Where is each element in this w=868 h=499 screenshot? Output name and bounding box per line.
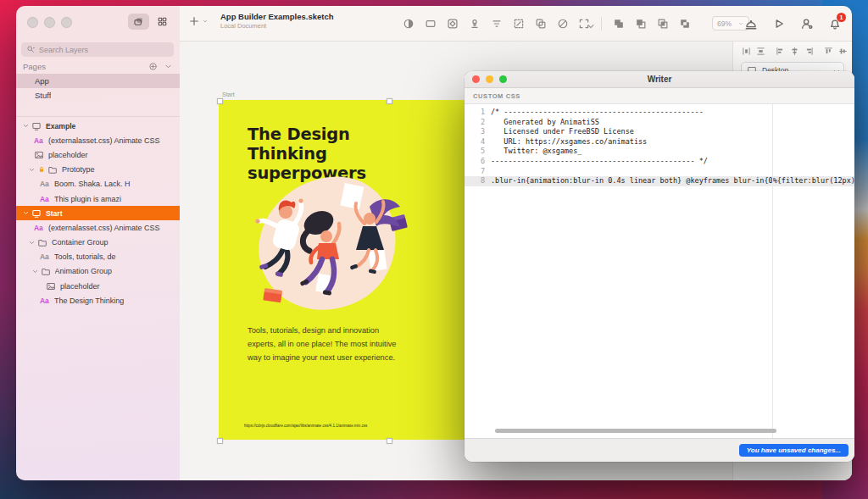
chevron-down-icon[interactable] (31, 268, 41, 275)
window-title: Writer (648, 75, 672, 84)
line-number: 8 (465, 176, 491, 186)
none-button[interactable] (556, 17, 569, 30)
play-button[interactable] (771, 16, 786, 30)
tidy-button[interactable] (490, 17, 503, 30)
code-line[interactable]: 7 (465, 167, 854, 177)
text-icon: Aa (40, 252, 51, 262)
chevron-down-icon[interactable] (22, 122, 31, 130)
horizontal-scrollbar[interactable] (495, 429, 776, 433)
insert-chevron-icon[interactable] (202, 18, 209, 25)
code-line[interactable]: 4 URL: https://xsgames.co/animatiss (465, 137, 854, 147)
insert-icon[interactable] (188, 15, 200, 27)
line-number: 2 (465, 118, 491, 128)
selection-handle[interactable] (217, 98, 223, 104)
add-page-icon[interactable] (148, 62, 158, 71)
chevron-down-icon[interactable] (28, 166, 37, 174)
jumping-people-illustration[interactable] (241, 171, 419, 320)
layer-row[interactable]: Aa (externalasset.css) Animate CSS (16, 133, 180, 147)
scale-button[interactable] (578, 17, 591, 30)
close-button[interactable] (27, 17, 38, 28)
combine-button[interactable] (534, 17, 547, 30)
distribute-h-icon[interactable] (742, 47, 751, 56)
layer-row[interactable]: Aa Boom. Shaka. Lack. H (16, 177, 180, 191)
layer-label: (externalasset.css) Animate CSS (48, 224, 160, 232)
layer-row[interactable]: Start (16, 206, 180, 220)
alignment-toolbar (733, 42, 852, 56)
difference-icon (679, 18, 691, 30)
align-middle-icon[interactable] (838, 47, 848, 56)
union-button[interactable] (612, 17, 625, 30)
layer-row[interactable]: Aa The Design Thinking (16, 293, 180, 308)
folder-icon (41, 266, 52, 276)
frame-button[interactable] (424, 17, 437, 30)
zoom-button[interactable] (499, 75, 507, 83)
minimize-button[interactable] (486, 75, 493, 83)
slice-button[interactable] (512, 17, 525, 30)
code-editor[interactable]: 1 /* -----------------------------------… (465, 104, 854, 438)
layer-row[interactable]: placeholder (16, 147, 180, 162)
layer-row[interactable]: Container Group (16, 236, 180, 250)
artboard-link-text[interactable]: https://cdnjs.cloudflare.com/ajax/libs/a… (244, 424, 367, 428)
difference-button[interactable] (678, 17, 691, 30)
layer-row[interactable]: Prototype (16, 163, 180, 177)
zoom-button[interactable] (61, 17, 72, 28)
layer-row[interactable]: Example (16, 119, 180, 133)
layer-row[interactable]: Aa This plugin is amazi (16, 191, 180, 206)
code-line[interactable]: 6 --------------------------------------… (465, 157, 854, 167)
align-top-icon[interactable] (824, 47, 833, 56)
layers-view-button[interactable] (128, 14, 149, 30)
layer-row[interactable]: placeholder (16, 279, 180, 293)
bell-button[interactable]: 1 (827, 16, 842, 30)
page-row[interactable]: App (16, 74, 180, 88)
layers-sidebar: Search Layers Pages App Stuff (16, 6, 180, 480)
selection-handle[interactable] (217, 438, 223, 444)
align-right-icon[interactable] (804, 47, 814, 56)
writer-titlebar[interactable]: Writer (465, 71, 854, 88)
page-label: Stuff (35, 91, 51, 100)
account-button[interactable] (799, 16, 814, 30)
text-icon: Aa (40, 179, 51, 189)
code-line[interactable]: 5 Twitter: @xsgames_ (465, 147, 854, 157)
code-text: /* -------------------------------------… (491, 108, 704, 118)
selection-handle[interactable] (387, 98, 392, 104)
layer-label: placeholder (60, 282, 100, 291)
line-number: 3 (465, 127, 491, 137)
stamp-button[interactable] (468, 17, 481, 30)
mask-button[interactable] (402, 17, 415, 30)
page-row[interactable]: Stuff (16, 88, 180, 103)
layer-row[interactable]: Aa (externalasset.css) Animate CSS (16, 220, 180, 235)
code-line[interactable]: 2 Generated by AnimatiSS (465, 118, 854, 128)
distribute-v-icon[interactable] (756, 47, 765, 56)
symbol-button[interactable] (446, 17, 459, 30)
document-title: App Builder Examples.sketch (220, 12, 334, 22)
folder-icon (37, 237, 48, 247)
align-center-h-icon[interactable] (790, 47, 799, 56)
code-text: URL: https://xsgames.co/animatiss (491, 137, 647, 147)
code-line[interactable]: 8 .blur-in{animation:blur-in 0.4s linear… (465, 176, 854, 186)
collapse-pages-icon[interactable] (164, 62, 173, 71)
layer-label: Tools, tutorials, de (54, 252, 116, 261)
minimize-button[interactable] (44, 17, 55, 28)
code-line[interactable]: 3 Licensed under FreeBSD License (465, 127, 854, 137)
none-icon (557, 18, 569, 30)
search-input[interactable]: Search Layers (21, 42, 174, 57)
unsaved-changes-button[interactable]: You have unsaved changes... (739, 444, 849, 457)
layer-row[interactable]: Animation Group (16, 264, 180, 279)
align-left-icon[interactable] (776, 47, 785, 56)
artboard-body-text[interactable]: Tools, tutorials, design and innovation … (248, 324, 409, 364)
play-icon (772, 17, 786, 30)
text-icon: Aa (34, 136, 45, 146)
layer-row[interactable]: Aa Tools, tutorials, de (16, 250, 180, 264)
search-placeholder: Search Layers (39, 46, 88, 54)
close-button[interactable] (472, 75, 480, 83)
components-view-button[interactable] (152, 14, 173, 30)
intersect-button[interactable] (656, 17, 669, 30)
chevron-down-icon[interactable] (22, 209, 31, 217)
subtract-button[interactable] (634, 17, 647, 30)
code-line[interactable]: 1 /* -----------------------------------… (465, 108, 854, 118)
selection-handle[interactable] (387, 438, 392, 444)
chevron-down-icon[interactable] (28, 239, 37, 247)
artboard-name-label[interactable]: Start (222, 91, 235, 97)
pages-list: App Stuff (16, 74, 180, 103)
dome-button[interactable] (743, 16, 758, 30)
